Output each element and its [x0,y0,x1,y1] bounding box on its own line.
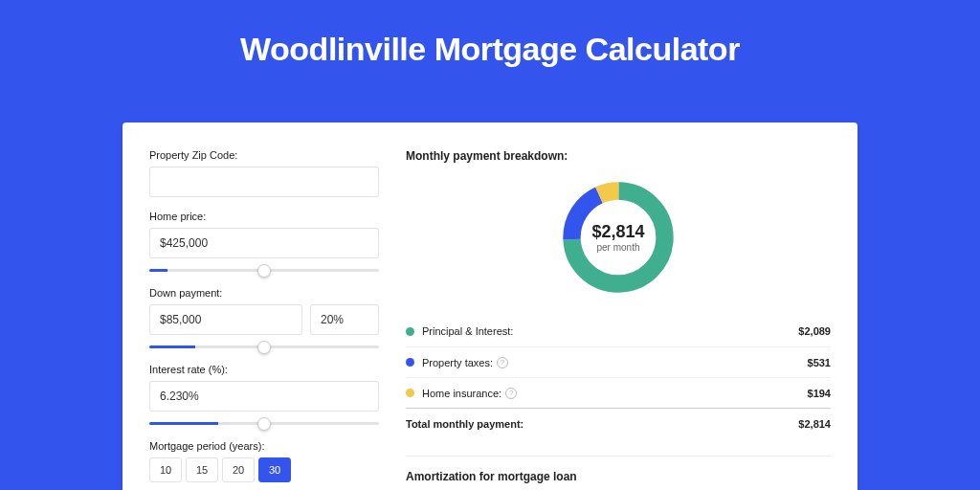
donut-chart: $2,814 per month [557,176,679,299]
dot-icon-blue [406,358,414,367]
total-label: Total monthly payment: [406,418,798,430]
home-price-field: Home price: [149,211,379,274]
breakdown-label: Home insurance: ? [422,388,808,399]
down-payment-slider[interactable] [149,345,379,348]
zip-field: Property Zip Code: [149,149,379,197]
period-field: Mortgage period (years): 10 15 20 30 [149,440,379,482]
breakdown-title: Monthly payment breakdown: [406,149,831,163]
breakdown-row-taxes: Property taxes: ? $531 [406,346,831,377]
total-value: $2,814 [798,418,831,430]
home-price-slider[interactable] [149,269,379,272]
form-panel: Property Zip Code: Home price: Down paym… [149,149,379,490]
calculator-card: Property Zip Code: Home price: Down paym… [122,122,858,490]
breakdown-panel: Monthly payment breakdown: $2,814 per mo… [406,149,831,490]
period-label: Mortgage period (years): [149,440,379,452]
zip-input[interactable] [149,167,379,197]
donut-center: $2,814 per month [557,176,679,299]
zip-label: Property Zip Code: [149,149,379,161]
interest-label: Interest rate (%): [149,364,379,375]
help-icon[interactable]: ? [497,357,508,368]
breakdown-label-text: Home insurance: [422,388,501,399]
donut-amount: $2,814 [591,222,644,242]
breakdown-list: Principal & Interest: $2,089 Property ta… [406,316,831,438]
period-btn-20[interactable]: 20 [222,457,255,482]
period-group: 10 15 20 30 [149,457,379,482]
page-title: Woodlinville Mortgage Calculator [0,0,980,91]
interest-field: Interest rate (%): [149,364,379,427]
down-payment-label: Down payment: [149,287,379,299]
down-payment-pct-input[interactable] [310,304,379,335]
breakdown-label: Property taxes: ? [422,357,808,368]
breakdown-row-principal: Principal & Interest: $2,089 [406,316,831,346]
dot-icon-yellow [406,389,414,397]
home-price-label: Home price: [149,211,379,222]
period-btn-30[interactable]: 30 [258,457,291,482]
breakdown-label: Principal & Interest: [422,325,798,337]
home-price-input[interactable] [149,228,379,258]
breakdown-value: $531 [808,357,831,368]
breakdown-row-insurance: Home insurance: ? $194 [406,377,831,408]
breakdown-row-total: Total monthly payment: $2,814 [406,408,831,438]
amortization-section: Amortization for mortgage loan Amortizat… [406,456,831,490]
period-btn-10[interactable]: 10 [149,457,182,482]
down-payment-input[interactable] [149,304,302,335]
interest-input[interactable] [149,381,379,412]
interest-slider[interactable] [149,422,379,425]
dot-icon-green [406,327,414,336]
down-payment-field: Down payment: [149,287,379,350]
help-icon[interactable]: ? [505,388,517,399]
period-btn-15[interactable]: 15 [186,457,218,482]
stage: Woodlinville Mortgage Calculator Propert… [0,0,980,490]
amortization-title: Amortization for mortgage loan [406,470,831,483]
breakdown-value: $194 [808,388,831,399]
donut-per-month: per month [596,242,639,253]
breakdown-value: $2,089 [798,325,831,337]
breakdown-label-text: Property taxes: [422,357,493,368]
